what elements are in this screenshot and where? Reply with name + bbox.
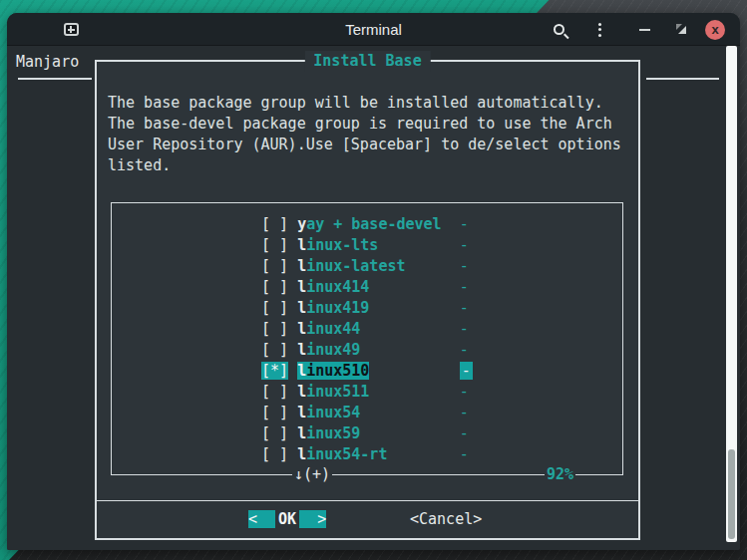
checklist-item[interactable]: [ ] linux44- (112, 319, 622, 340)
button-row: < OK > <Cancel> (97, 509, 638, 530)
kernel-checklist-box: [ ] yay + base-devel-[ ] linux-lts-[ ] l… (111, 202, 623, 475)
intro-line: listed. (108, 155, 631, 176)
checkbox-unchecked: [ ] (261, 404, 288, 421)
checkbox-unchecked: [ ] (261, 236, 288, 254)
window-title: Terminal (345, 21, 402, 38)
checkbox-unchecked: [ ] (261, 257, 288, 275)
checkbox-unchecked: [ ] (261, 445, 288, 463)
terminal-scrollbar-thumb[interactable] (728, 449, 735, 539)
terminal-scrollbar-track[interactable] (726, 46, 737, 542)
checkbox-unchecked: [ ] (261, 278, 288, 296)
checklist-item[interactable]: [ ] linux-latest- (112, 256, 622, 277)
item-description: - (460, 362, 473, 380)
checklist-item[interactable]: [ ] linux49- (112, 340, 622, 361)
intro-line: User Repository (AUR).Use [Spacebar] to … (108, 135, 631, 155)
item-label: linux419 (297, 299, 369, 317)
ok-left-arrow: < (248, 510, 275, 528)
checklist-item[interactable]: [ ] linux59- (112, 423, 622, 444)
item-label: linux59 (297, 424, 360, 442)
item-label: linux49 (297, 341, 360, 359)
checklist-item[interactable]: [ ] linux-lts- (112, 235, 622, 256)
checkbox-checked: [*] (261, 362, 288, 380)
cancel-button[interactable]: <Cancel> (410, 509, 482, 530)
checkbox-unchecked: [ ] (261, 299, 288, 317)
item-description: - (460, 424, 469, 442)
new-tab-icon[interactable] (60, 13, 82, 46)
minimize-icon[interactable] (633, 13, 655, 46)
restore-icon[interactable] (671, 13, 691, 46)
item-description: - (460, 215, 469, 233)
item-description: - (460, 445, 469, 463)
item-description: - (460, 320, 469, 338)
item-description: - (460, 404, 469, 421)
desktop-background: Terminal x Manjaro Install Base (0, 0, 747, 560)
checklist-item[interactable]: [ ] linux414- (112, 277, 622, 298)
item-description: - (460, 299, 469, 317)
checklist-item[interactable]: [*] linux510- (112, 361, 622, 382)
checkbox-unchecked: [ ] (261, 424, 288, 442)
scroll-percent: 92% (545, 464, 575, 485)
checklist-item[interactable]: [ ] linux419- (112, 298, 622, 319)
backtitle-separator-left (18, 78, 92, 80)
checklist-item[interactable]: [ ] linux511- (112, 382, 622, 403)
item-label: linux-lts (297, 236, 378, 254)
search-icon[interactable] (548, 13, 569, 46)
item-label: linux54 (297, 404, 360, 421)
checklist-item[interactable]: [ ] linux54- (112, 403, 622, 423)
dialog-intro-text: The base package group will be installed… (108, 93, 631, 176)
backtitle: Manjaro (16, 52, 79, 73)
close-icon[interactable]: x (702, 13, 728, 46)
checkbox-unchecked: [ ] (261, 341, 288, 359)
item-label: yay + base-devel (297, 215, 442, 233)
button-separator (97, 500, 638, 501)
ok-right-arrow: > (299, 510, 326, 528)
ok-button-label: OK (275, 510, 299, 528)
checkbox-unchecked: [ ] (261, 383, 288, 401)
checkbox-unchecked: [ ] (261, 215, 288, 233)
checklist-item[interactable]: [ ] yay + base-devel- (112, 214, 622, 235)
dialog-title: Install Base (304, 51, 430, 72)
item-label: linux414 (297, 278, 369, 296)
more-below-indicator: ↓(+) (292, 464, 332, 485)
intro-line: The base-devel package group is required… (108, 114, 631, 135)
intro-line: The base package group will be installed… (108, 93, 631, 114)
item-description: - (460, 278, 469, 296)
terminal-window: Terminal x Manjaro Install Base (7, 13, 740, 550)
install-base-dialog: Install Base The base package group will… (95, 60, 640, 540)
checklist-item[interactable]: [ ] linux54-rt- (112, 444, 622, 465)
item-description: - (460, 383, 469, 401)
kebab-menu-icon[interactable] (590, 13, 608, 46)
item-description: - (460, 236, 469, 254)
item-label: linux510 (297, 362, 369, 380)
item-label: linux511 (297, 383, 369, 401)
item-label: linux44 (297, 320, 360, 338)
item-description: - (460, 341, 469, 359)
item-label: linux54-rt (297, 445, 387, 463)
window-titlebar: Terminal x (7, 13, 740, 46)
backtitle-separator-right (646, 78, 719, 80)
checkbox-unchecked: [ ] (261, 320, 288, 338)
item-description: - (460, 257, 469, 275)
checklist: [ ] yay + base-devel-[ ] linux-lts-[ ] l… (112, 203, 622, 465)
item-label: linux-latest (297, 257, 405, 275)
ok-button[interactable]: < OK > (248, 509, 326, 530)
terminal-content: Manjaro Install Base The base package gr… (7, 46, 740, 550)
